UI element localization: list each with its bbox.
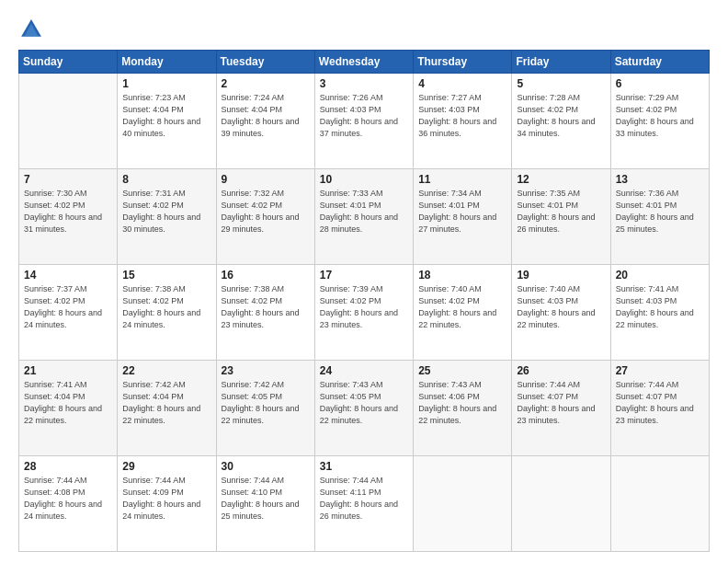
calendar-week-row: 1Sunrise: 7:23 AMSunset: 4:04 PMDaylight… — [19, 74, 710, 169]
day-info: Sunrise: 7:44 AMSunset: 4:08 PMDaylight:… — [24, 475, 112, 523]
calendar-cell: 15Sunrise: 7:38 AMSunset: 4:02 PMDayligh… — [118, 265, 216, 361]
calendar-cell: 28Sunrise: 7:44 AMSunset: 4:08 PMDayligh… — [19, 456, 118, 552]
day-info: Sunrise: 7:35 AMSunset: 4:01 PMDaylight:… — [517, 188, 605, 236]
day-info: Sunrise: 7:24 AMSunset: 4:04 PMDaylight:… — [222, 92, 310, 140]
day-number: 19 — [517, 269, 605, 282]
calendar-cell — [512, 456, 610, 552]
day-number: 10 — [320, 173, 408, 186]
calendar-cell: 27Sunrise: 7:44 AMSunset: 4:07 PMDayligh… — [610, 361, 709, 456]
calendar-cell: 25Sunrise: 7:43 AMSunset: 4:06 PMDayligh… — [414, 361, 512, 456]
calendar-cell: 6Sunrise: 7:29 AMSunset: 4:02 PMDaylight… — [610, 74, 709, 169]
calendar-week-row: 14Sunrise: 7:37 AMSunset: 4:02 PMDayligh… — [19, 265, 710, 361]
calendar-cell: 20Sunrise: 7:41 AMSunset: 4:03 PMDayligh… — [610, 265, 709, 361]
day-info: Sunrise: 7:37 AMSunset: 4:02 PMDaylight:… — [24, 283, 112, 331]
calendar-cell: 23Sunrise: 7:42 AMSunset: 4:05 PMDayligh… — [216, 361, 314, 456]
day-number: 18 — [418, 269, 506, 282]
day-info: Sunrise: 7:44 AMSunset: 4:07 PMDaylight:… — [517, 379, 605, 427]
calendar-week-row: 7Sunrise: 7:30 AMSunset: 4:02 PMDaylight… — [19, 169, 710, 265]
col-header-sunday: Sunday — [19, 51, 118, 74]
calendar-cell: 8Sunrise: 7:31 AMSunset: 4:02 PMDaylight… — [118, 169, 216, 265]
day-number: 11 — [418, 173, 506, 186]
calendar-cell: 12Sunrise: 7:35 AMSunset: 4:01 PMDayligh… — [512, 169, 610, 265]
day-number: 6 — [616, 77, 704, 90]
calendar-cell: 26Sunrise: 7:44 AMSunset: 4:07 PMDayligh… — [512, 361, 610, 456]
day-info: Sunrise: 7:42 AMSunset: 4:05 PMDaylight:… — [222, 379, 310, 427]
logo — [18, 17, 48, 42]
day-info: Sunrise: 7:39 AMSunset: 4:02 PMDaylight:… — [320, 283, 408, 331]
day-info: Sunrise: 7:44 AMSunset: 4:09 PMDaylight:… — [122, 475, 210, 523]
calendar-cell: 31Sunrise: 7:44 AMSunset: 4:11 PMDayligh… — [314, 456, 413, 552]
calendar-cell: 11Sunrise: 7:34 AMSunset: 4:01 PMDayligh… — [414, 169, 512, 265]
col-header-thursday: Thursday — [414, 51, 512, 74]
calendar-cell — [610, 456, 709, 552]
day-info: Sunrise: 7:31 AMSunset: 4:02 PMDaylight:… — [122, 188, 210, 236]
day-number: 1 — [122, 77, 210, 90]
calendar-week-row: 28Sunrise: 7:44 AMSunset: 4:08 PMDayligh… — [19, 456, 710, 552]
calendar-cell: 4Sunrise: 7:27 AMSunset: 4:03 PMDaylight… — [414, 74, 512, 169]
calendar-cell: 5Sunrise: 7:28 AMSunset: 4:02 PMDaylight… — [512, 74, 610, 169]
day-number: 14 — [24, 269, 112, 282]
day-info: Sunrise: 7:36 AMSunset: 4:01 PMDaylight:… — [616, 188, 704, 236]
day-number: 13 — [616, 173, 704, 186]
calendar-cell: 2Sunrise: 7:24 AMSunset: 4:04 PMDaylight… — [216, 74, 314, 169]
calendar-cell: 17Sunrise: 7:39 AMSunset: 4:02 PMDayligh… — [314, 265, 413, 361]
day-number: 23 — [222, 364, 310, 377]
col-header-monday: Monday — [118, 51, 216, 74]
day-info: Sunrise: 7:44 AMSunset: 4:11 PMDaylight:… — [320, 475, 408, 523]
calendar-cell: 22Sunrise: 7:42 AMSunset: 4:04 PMDayligh… — [118, 361, 216, 456]
day-info: Sunrise: 7:41 AMSunset: 4:04 PMDaylight:… — [24, 379, 112, 427]
day-number: 9 — [222, 173, 310, 186]
day-info: Sunrise: 7:43 AMSunset: 4:06 PMDaylight:… — [418, 379, 506, 427]
calendar-cell: 24Sunrise: 7:43 AMSunset: 4:05 PMDayligh… — [314, 361, 413, 456]
day-number: 12 — [517, 173, 605, 186]
day-info: Sunrise: 7:38 AMSunset: 4:02 PMDaylight:… — [122, 283, 210, 331]
day-number: 3 — [320, 77, 408, 90]
calendar-cell: 14Sunrise: 7:37 AMSunset: 4:02 PMDayligh… — [19, 265, 118, 361]
col-header-saturday: Saturday — [610, 51, 709, 74]
day-number: 30 — [222, 460, 310, 473]
day-number: 20 — [616, 269, 704, 282]
day-number: 8 — [122, 173, 210, 186]
day-number: 16 — [222, 269, 310, 282]
calendar-cell: 30Sunrise: 7:44 AMSunset: 4:10 PMDayligh… — [216, 456, 314, 552]
day-number: 4 — [418, 77, 506, 90]
day-info: Sunrise: 7:44 AMSunset: 4:07 PMDaylight:… — [616, 379, 704, 427]
day-number: 26 — [517, 364, 605, 377]
day-number: 2 — [222, 77, 310, 90]
day-info: Sunrise: 7:44 AMSunset: 4:10 PMDaylight:… — [222, 475, 310, 523]
col-header-friday: Friday — [512, 51, 610, 74]
day-number: 29 — [122, 460, 210, 473]
day-number: 7 — [24, 173, 112, 186]
day-info: Sunrise: 7:43 AMSunset: 4:05 PMDaylight:… — [320, 379, 408, 427]
calendar-cell: 7Sunrise: 7:30 AMSunset: 4:02 PMDaylight… — [19, 169, 118, 265]
day-info: Sunrise: 7:34 AMSunset: 4:01 PMDaylight:… — [418, 188, 506, 236]
header — [18, 17, 710, 42]
calendar-cell: 19Sunrise: 7:40 AMSunset: 4:03 PMDayligh… — [512, 265, 610, 361]
calendar-week-row: 21Sunrise: 7:41 AMSunset: 4:04 PMDayligh… — [19, 361, 710, 456]
calendar-cell: 3Sunrise: 7:26 AMSunset: 4:03 PMDaylight… — [314, 74, 413, 169]
calendar-cell: 1Sunrise: 7:23 AMSunset: 4:04 PMDaylight… — [118, 74, 216, 169]
calendar-cell: 9Sunrise: 7:32 AMSunset: 4:02 PMDaylight… — [216, 169, 314, 265]
day-info: Sunrise: 7:40 AMSunset: 4:03 PMDaylight:… — [517, 283, 605, 331]
day-number: 25 — [418, 364, 506, 377]
day-info: Sunrise: 7:23 AMSunset: 4:04 PMDaylight:… — [122, 92, 210, 140]
page: SundayMondayTuesdayWednesdayThursdayFrid… — [0, 0, 728, 563]
day-number: 5 — [517, 77, 605, 90]
col-header-wednesday: Wednesday — [314, 51, 413, 74]
day-info: Sunrise: 7:33 AMSunset: 4:01 PMDaylight:… — [320, 188, 408, 236]
calendar-cell: 13Sunrise: 7:36 AMSunset: 4:01 PMDayligh… — [610, 169, 709, 265]
col-header-tuesday: Tuesday — [216, 51, 314, 74]
day-info: Sunrise: 7:40 AMSunset: 4:02 PMDaylight:… — [418, 283, 506, 331]
day-number: 22 — [122, 364, 210, 377]
day-info: Sunrise: 7:32 AMSunset: 4:02 PMDaylight:… — [222, 188, 310, 236]
calendar-cell: 10Sunrise: 7:33 AMSunset: 4:01 PMDayligh… — [314, 169, 413, 265]
calendar-cell — [19, 74, 118, 169]
day-info: Sunrise: 7:26 AMSunset: 4:03 PMDaylight:… — [320, 92, 408, 140]
day-info: Sunrise: 7:42 AMSunset: 4:04 PMDaylight:… — [122, 379, 210, 427]
day-info: Sunrise: 7:27 AMSunset: 4:03 PMDaylight:… — [418, 92, 506, 140]
day-number: 21 — [24, 364, 112, 377]
calendar-table: SundayMondayTuesdayWednesdayThursdayFrid… — [18, 50, 710, 552]
day-info: Sunrise: 7:41 AMSunset: 4:03 PMDaylight:… — [616, 283, 704, 331]
day-number: 24 — [320, 364, 408, 377]
day-info: Sunrise: 7:29 AMSunset: 4:02 PMDaylight:… — [616, 92, 704, 140]
